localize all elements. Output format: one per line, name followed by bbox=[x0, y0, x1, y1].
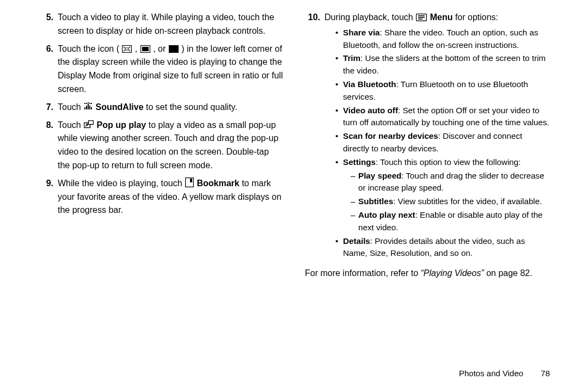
step-9: 9. While the video is playing, touch Boo… bbox=[38, 177, 283, 217]
setting-subtitles: Subtitles: View subtitles for the video,… bbox=[351, 195, 550, 208]
option-video-auto-off: Video auto off: Set the option Off or se… bbox=[335, 105, 550, 130]
svg-rect-5 bbox=[84, 107, 85, 109]
step-6: 6. Touch the icon ( , , or ) in the lowe bbox=[38, 42, 283, 96]
step-5: 5. Touch a video to play it. While playi… bbox=[38, 11, 283, 38]
option-settings: Settings: Touch this option to view the … bbox=[335, 156, 550, 234]
bold-term: SoundAlive bbox=[96, 102, 144, 112]
step-number: 10. bbox=[305, 11, 320, 262]
svg-rect-9 bbox=[91, 107, 92, 109]
step-text: During playback, touch Menu for options:… bbox=[324, 11, 550, 262]
option-details: Details: Provides details about the vide… bbox=[335, 235, 550, 260]
bookmark-icon bbox=[185, 177, 194, 187]
svg-rect-10 bbox=[84, 103, 85, 104]
step-number: 8. bbox=[38, 119, 53, 173]
step-text: While the video is playing, touch Bookma… bbox=[58, 177, 283, 217]
document-page: 5. Touch a video to play it. While playi… bbox=[0, 0, 588, 392]
option-share-via: Share via: Share the video. Touch an opt… bbox=[335, 27, 550, 52]
step-7: 7. Touch SoundAlive to set the sound qua… bbox=[38, 101, 283, 114]
section-name: Photos and Video bbox=[459, 369, 523, 378]
svg-rect-6 bbox=[86, 106, 87, 109]
svg-rect-1 bbox=[125, 48, 128, 50]
svg-rect-8 bbox=[89, 106, 90, 109]
svg-rect-17 bbox=[186, 177, 194, 187]
step-8: 8. Touch Pop up play to play a video as … bbox=[38, 119, 283, 173]
svg-rect-0 bbox=[122, 45, 132, 52]
options-list: Share via: Share the video. Touch an opt… bbox=[324, 27, 550, 260]
step-number: 6. bbox=[38, 42, 53, 96]
menu-icon bbox=[416, 14, 427, 21]
svg-rect-12 bbox=[88, 102, 89, 103]
popup-play-icon bbox=[84, 120, 94, 129]
display-mode-full-icon bbox=[169, 45, 179, 53]
reference-title: “Playing Videos” bbox=[421, 268, 484, 278]
display-mode-ratio-icon bbox=[140, 45, 150, 53]
page-number: 78 bbox=[541, 369, 550, 378]
option-trim: Trim: Use the sliders at the bottom of t… bbox=[335, 52, 550, 77]
bold-term: Bookmark bbox=[197, 179, 239, 188]
option-scan-nearby: Scan for nearby devices: Discover and co… bbox=[335, 130, 550, 155]
option-via-bluetooth: Via Bluetooth: Turn Bluetooth on to use … bbox=[335, 78, 550, 103]
bold-term: Pop up play bbox=[97, 120, 146, 130]
svg-rect-4 bbox=[169, 45, 178, 52]
svg-rect-7 bbox=[88, 104, 89, 109]
left-column: 5. Touch a video to play it. While playi… bbox=[33, 11, 294, 392]
cross-reference: For more information, refer to “Playing … bbox=[305, 266, 550, 280]
setting-play-speed: Play speed: Touch and drag the slider to… bbox=[351, 170, 550, 195]
step-text: Touch the icon ( , , or ) in the lower l… bbox=[58, 42, 283, 96]
svg-rect-13 bbox=[89, 103, 90, 104]
step-number: 7. bbox=[38, 101, 53, 114]
step-number: 9. bbox=[38, 177, 53, 217]
step-text: Touch a video to play it. While playing … bbox=[58, 11, 283, 38]
soundalive-icon bbox=[84, 102, 93, 111]
setting-auto-play-next: Auto play next: Enable or disable auto p… bbox=[351, 209, 550, 234]
bold-term: Menu bbox=[430, 13, 453, 22]
display-mode-original-icon bbox=[122, 45, 132, 53]
step-number: 5. bbox=[38, 11, 53, 38]
step-text: Touch Pop up play to play a video as a s… bbox=[58, 119, 283, 173]
svg-rect-16 bbox=[89, 120, 94, 124]
svg-rect-14 bbox=[91, 103, 92, 104]
step-text: Touch SoundAlive to set the sound qualit… bbox=[58, 101, 283, 114]
right-column: 10. During playback, touch Menu for opti… bbox=[294, 11, 555, 392]
svg-rect-3 bbox=[142, 47, 149, 51]
page-footer: Photos and Video 78 bbox=[459, 369, 550, 378]
svg-rect-11 bbox=[86, 103, 87, 104]
step-10: 10. During playback, touch Menu for opti… bbox=[305, 11, 550, 262]
settings-sublist: Play speed: Touch and drag the slider to… bbox=[343, 170, 550, 234]
